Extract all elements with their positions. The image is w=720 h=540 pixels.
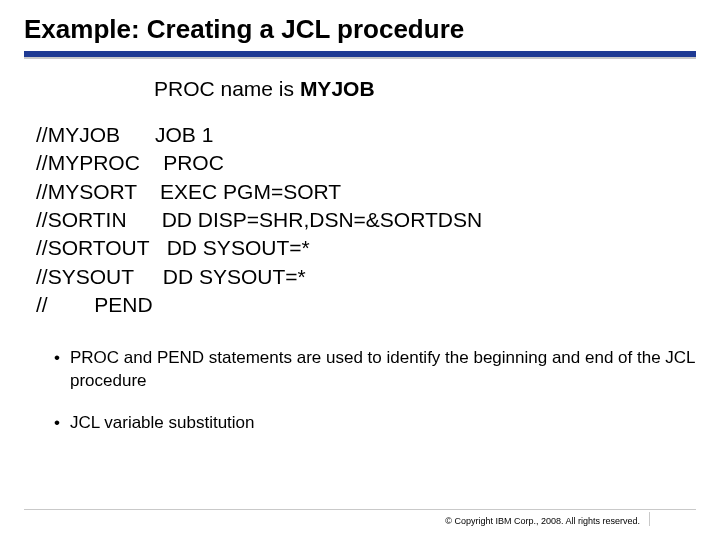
rule-gray (24, 57, 696, 59)
bullet-dot-icon: • (54, 347, 60, 369)
bullet-dot-icon: • (54, 412, 60, 434)
bullet-text: PROC and PEND statements are used to ide… (70, 347, 696, 391)
jcl-line: //MYSORT EXEC PGM=SORT (36, 178, 696, 206)
jcl-line: //SYSOUT DD SYSOUT=* (36, 263, 696, 291)
jcl-line: // PEND (36, 291, 696, 319)
jcl-line: //MYJOB JOB 1 (36, 121, 696, 149)
copyright-text: © Copyright IBM Corp., 2008. All rights … (445, 516, 640, 526)
footer-rule (24, 509, 696, 510)
bullet-item: •JCL variable substitution (54, 412, 696, 434)
bullet-item: •PROC and PEND statements are used to id… (54, 347, 696, 391)
subtitle: PROC name is MYJOB (154, 77, 696, 101)
slide: Example: Creating a JCL procedure PROC n… (0, 0, 720, 540)
jcl-line: //SORTIN DD DISP=SHR,DSN=&SORTDSN (36, 206, 696, 234)
jcl-code-block: //MYJOB JOB 1//MYPROC PROC//MYSORT EXEC … (36, 121, 696, 319)
bullet-list: •PROC and PEND statements are used to id… (24, 347, 696, 433)
title-rule (24, 51, 696, 59)
bullet-text: JCL variable substitution (70, 412, 255, 434)
slide-title: Example: Creating a JCL procedure (24, 14, 696, 45)
footer-tick (649, 512, 650, 526)
jcl-line: //MYPROC PROC (36, 149, 696, 177)
jcl-line: //SORTOUT DD SYSOUT=* (36, 234, 696, 262)
subtitle-prefix: PROC name is (154, 77, 300, 100)
subtitle-procname: MYJOB (300, 77, 375, 100)
